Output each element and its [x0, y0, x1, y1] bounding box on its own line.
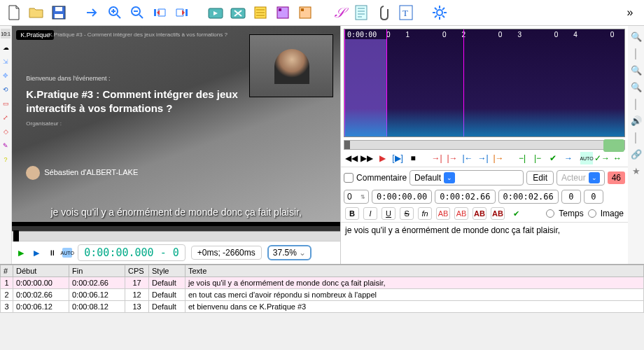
toolbar-more-icon[interactable]: »	[620, 3, 640, 22]
col-end[interactable]: Fin	[69, 265, 125, 277]
col-num[interactable]: #	[1, 265, 13, 277]
jump-icon[interactable]	[83, 3, 102, 22]
strike-icon[interactable]: S	[400, 207, 414, 220]
pause-icon[interactable]: ⏸	[47, 248, 57, 258]
audio-auto-next-icon[interactable]: ✓→	[596, 152, 608, 164]
audio-play-500-before-icon[interactable]: |←	[461, 152, 474, 164]
tool-cloud-icon[interactable]: ☁	[1, 43, 10, 52]
duration-input[interactable]: 0:00:02.66	[498, 190, 559, 204]
zoom-h-in-icon[interactable]: 🔍	[630, 30, 643, 43]
margin-l-input[interactable]: 0	[561, 190, 581, 204]
play-icon[interactable]: ▶	[16, 248, 26, 258]
col-start[interactable]: Début	[13, 265, 69, 277]
style-manager-icon[interactable]: 𝒮	[329, 3, 349, 22]
zoom-v-in-icon[interactable]: 🔍	[630, 80, 643, 93]
col-text[interactable]: Texte	[186, 265, 644, 277]
color2-icon[interactable]: AB	[454, 207, 468, 220]
audio-play-to-end-icon[interactable]: |→	[492, 152, 505, 164]
audio-play-before-icon[interactable]: →|	[430, 152, 443, 164]
col-style[interactable]: Style	[149, 265, 186, 277]
table-row[interactable]: 10:00:00.000:00:02.6617Defaultje vois qu…	[1, 277, 644, 289]
audio-play-line-icon[interactable]: [▶]	[391, 152, 404, 164]
jump-start-icon[interactable]	[150, 3, 169, 22]
audio-spectrogram[interactable]: 0:00:00 01 02 03 04 05 06	[344, 29, 625, 137]
table-row[interactable]: 30:00:06.120:00:08.1213Defaultet bienven…	[1, 301, 644, 313]
margin-r-input[interactable]: 0	[584, 190, 603, 204]
zoom-v-slider[interactable]: │	[630, 97, 643, 110]
volume-icon[interactable]: 🔊	[630, 114, 643, 127]
frame-radio[interactable]	[588, 209, 596, 218]
col-cps[interactable]: CPS	[125, 265, 149, 277]
audio-goto-icon[interactable]: →	[562, 152, 575, 164]
tool-scale-icon[interactable]: ⤢	[1, 113, 10, 122]
fonts-icon[interactable]: T	[396, 3, 416, 22]
zoom-select[interactable]: 37.5% ⌄	[267, 245, 312, 260]
commit-text-icon[interactable]: ✔	[509, 207, 523, 220]
zoom-out-icon[interactable]	[127, 3, 147, 22]
subtitle-grid: # Début Fin CPS Style Texte 10:00:00.000…	[0, 264, 644, 313]
play-line-icon[interactable]: ▶	[31, 248, 41, 258]
audio-play-after-icon[interactable]: |→	[446, 152, 458, 164]
video-progress[interactable]	[12, 222, 340, 226]
color1-icon[interactable]: AB	[436, 207, 450, 220]
shift-times-icon[interactable]	[251, 3, 270, 22]
time-radio[interactable]	[546, 209, 554, 218]
video-close-icon[interactable]	[228, 3, 248, 22]
actor-combo[interactable]: Acteur⌄	[556, 170, 605, 186]
jump-end-icon[interactable]	[172, 3, 192, 22]
color4-icon[interactable]: AB	[491, 207, 505, 220]
spectro-scrollbar[interactable]	[344, 140, 625, 150]
tool-rotate-icon[interactable]: ⟲	[1, 85, 10, 94]
audio-auto-commit-icon[interactable]: AUTO	[580, 152, 593, 164]
underline-icon[interactable]: U	[382, 207, 396, 220]
save-icon[interactable]	[49, 3, 69, 22]
zoom-h-slider[interactable]: │	[630, 47, 643, 59]
layer-spinner[interactable]: 0⇅	[344, 190, 369, 204]
color3-icon[interactable]: AB	[472, 207, 486, 220]
zoom-in-icon[interactable]	[105, 3, 125, 22]
tool-ratio-icon[interactable]: 10:1	[1, 29, 10, 38]
italic-icon[interactable]: I	[363, 207, 377, 220]
table-row[interactable]: 20:00:02.660:00:06.1212Defaulten tout ca…	[1, 289, 644, 301]
tool-clip-icon[interactable]: ◇	[1, 127, 10, 136]
audio-play-sel-icon[interactable]: ▶	[376, 152, 388, 164]
video-open-icon[interactable]	[206, 3, 225, 22]
timing-icon[interactable]	[273, 3, 293, 22]
audio-auto-scroll-icon[interactable]: ↔	[611, 152, 624, 164]
audio-prev-icon[interactable]: ◀◀	[345, 152, 358, 164]
bold-icon[interactable]: B	[345, 207, 359, 220]
tool-rect-icon[interactable]: ▭	[1, 99, 10, 108]
kanji-timing-icon[interactable]	[295, 3, 315, 22]
new-file-icon[interactable]	[4, 3, 24, 22]
video-preview[interactable]: K.Pratique K.Pratique #3 - Comment intég…	[12, 26, 340, 231]
volume-slider[interactable]: │	[630, 131, 643, 144]
style-combo[interactable]: Default⌄	[410, 170, 524, 186]
offset-display[interactable]: +0ms; -2660ms	[191, 246, 262, 260]
karaoke-icon[interactable]: ★	[630, 164, 643, 177]
audio-stop-icon[interactable]: ■	[407, 152, 419, 164]
comment-checkbox[interactable]	[344, 173, 354, 183]
zoom-h-out-icon[interactable]: 🔍	[630, 64, 643, 76]
settings-icon[interactable]	[430, 3, 449, 22]
tool-drag-icon[interactable]: ⇲	[1, 57, 10, 66]
attachments-icon[interactable]	[374, 3, 393, 22]
subtitle-text-input[interactable]: je vois qu'il y a énormément de monde do…	[341, 223, 628, 238]
font-icon[interactable]: fn	[418, 207, 432, 220]
audio-lead-out-icon[interactable]: |−	[531, 152, 544, 164]
tool-vector-icon[interactable]: ✎	[1, 141, 10, 150]
start-time-input[interactable]: 0:00:00.00	[372, 190, 432, 204]
tool-cross-icon[interactable]: ✥	[1, 71, 10, 80]
toggle-autoplay-icon[interactable]: AUTO	[62, 248, 72, 258]
edit-button[interactable]: Edit	[526, 171, 554, 185]
audio-play-500-after-icon[interactable]: →|	[477, 152, 489, 164]
tool-help-icon[interactable]: ?	[1, 155, 10, 164]
open-file-icon[interactable]	[27, 3, 46, 22]
audio-next-icon[interactable]: ▶▶	[360, 152, 373, 164]
audio-lead-in-icon[interactable]: −|	[516, 152, 528, 164]
audio-commit-icon[interactable]: ✔	[547, 152, 559, 164]
comment-label: Commentaire	[356, 173, 407, 183]
end-time-input[interactable]: 0:00:02.66	[435, 190, 495, 204]
properties-icon[interactable]	[351, 3, 371, 22]
video-scrubber[interactable]	[12, 231, 340, 241]
link-icon[interactable]: 🔗	[630, 148, 643, 160]
